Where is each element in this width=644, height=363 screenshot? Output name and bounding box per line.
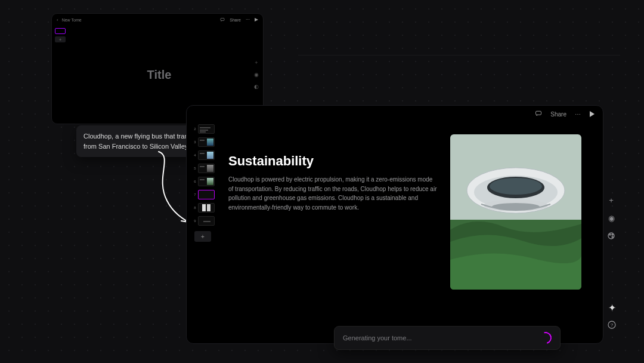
sparkle-icon[interactable]: ✦: [608, 302, 616, 313]
add-icon[interactable]: +: [255, 60, 258, 66]
slide-canvas[interactable]: Sustainability Cloudhop is powered by el…: [219, 122, 603, 343]
record-icon[interactable]: ◉: [254, 72, 259, 78]
thumbnail-number: 7: [191, 193, 196, 196]
thumbnail-number: 3: [191, 140, 196, 144]
add-slide-button[interactable]: +: [194, 231, 211, 242]
more-icon[interactable]: ⋯: [575, 111, 581, 118]
thumbnail-rail: 2 3 4 5 6 7 8: [187, 122, 219, 343]
thumbnail-number: 8: [191, 206, 196, 210]
svg-rect-0: [221, 19, 224, 21]
play-icon[interactable]: [590, 111, 595, 117]
generating-toast: Generating your tome...: [334, 326, 561, 350]
add-icon[interactable]: +: [606, 195, 616, 205]
thumbnail-number: 5: [191, 167, 196, 170]
thumbnail-item[interactable]: 2: [191, 124, 215, 134]
thumbnail-item[interactable]: 8: [191, 202, 215, 213]
thumbnail-item[interactable]: 7: [191, 189, 215, 200]
small-window-header: ‹ New Tome Share ⋯: [52, 14, 263, 26]
thumbnail-item[interactable]: 3: [191, 137, 215, 147]
toast-message: Generating your tome...: [343, 334, 412, 342]
play-icon[interactable]: [255, 18, 258, 21]
comment-icon[interactable]: [535, 110, 542, 118]
slide-image[interactable]: [450, 134, 581, 290]
theme-icon[interactable]: ◐: [254, 84, 259, 90]
thumbnail-item[interactable]: 5: [191, 163, 215, 174]
record-icon[interactable]: ◉: [606, 213, 616, 223]
theme-icon[interactable]: [606, 231, 616, 241]
slide-title[interactable]: Sustainability: [228, 153, 438, 169]
svg-text:?: ?: [611, 322, 614, 328]
thumbnail-number: 6: [191, 180, 196, 183]
thumbnail-active: [198, 190, 215, 199]
slide-body[interactable]: Cloudhop is powered by electric propulsi…: [228, 175, 438, 212]
thumbnail-number: 4: [191, 153, 196, 157]
mini-thumbnail-rail: +: [52, 26, 69, 124]
help-icon[interactable]: ?: [608, 321, 616, 331]
spinner-icon: [537, 330, 553, 346]
large-right-rail-bottom: ✦ ?: [608, 302, 616, 331]
editor-window-large: Share ⋯ 2 3 4 5 6: [186, 105, 603, 344]
decorative-divider: [298, 55, 620, 56]
share-button[interactable]: Share: [230, 18, 241, 22]
more-icon[interactable]: ⋯: [246, 17, 250, 22]
slide-text-block[interactable]: Sustainability Cloudhop is powered by el…: [228, 128, 438, 212]
share-button[interactable]: Share: [550, 111, 566, 118]
mini-add-slide-button[interactable]: +: [55, 36, 66, 42]
svg-point-11: [612, 234, 613, 235]
thumbnail-item[interactable]: 6: [191, 176, 215, 187]
large-window-header: Share ⋯: [527, 106, 603, 122]
svg-point-12: [612, 236, 613, 238]
large-right-rail: + ◉: [606, 195, 616, 241]
svg-rect-1: [536, 111, 541, 115]
thumbnail-number: 2: [191, 127, 196, 131]
mini-thumbnail[interactable]: [55, 28, 66, 34]
thumbnail-number: 9: [191, 219, 196, 223]
svg-point-10: [609, 234, 611, 235]
document-title[interactable]: New Tome: [62, 18, 82, 22]
comment-icon[interactable]: [220, 17, 225, 22]
thumbnail-item[interactable]: 9: [191, 216, 215, 226]
back-chevron-icon[interactable]: ‹: [57, 17, 58, 23]
thumbnail-item[interactable]: 4: [191, 150, 215, 161]
svg-point-9: [608, 233, 614, 239]
title-placeholder[interactable]: Title: [147, 68, 172, 82]
svg-point-6: [490, 178, 542, 195]
